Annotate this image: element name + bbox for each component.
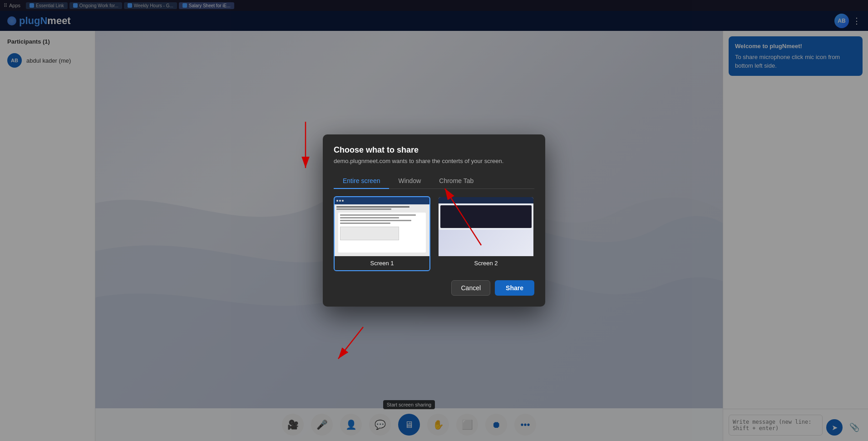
share-button[interactable]: Share xyxy=(495,280,534,296)
modal-overlay: Choose what to share demo.plugnmeet.com … xyxy=(0,0,868,441)
modal-title: Choose what to share xyxy=(334,145,534,155)
modal-tabs: Entire screen Window Chrome Tab xyxy=(334,173,534,189)
modal-subtitle: demo.plugnmeet.com wants to share the co… xyxy=(334,158,534,164)
tab-entire-screen[interactable]: Entire screen xyxy=(334,173,389,189)
tab-chrome-tab[interactable]: Chrome Tab xyxy=(430,173,483,189)
share-screen-modal: Choose what to share demo.plugnmeet.com … xyxy=(323,134,545,307)
screen-2-preview xyxy=(439,197,533,256)
cancel-button[interactable]: Cancel xyxy=(451,280,490,296)
screen-1-item[interactable]: Screen 1 xyxy=(334,196,430,271)
screen-grid: Screen 1 Screen 2 xyxy=(334,196,534,271)
modal-actions: Cancel Share xyxy=(334,280,534,296)
screen-2-label: Screen 2 xyxy=(439,256,533,270)
screen-1-preview xyxy=(335,197,429,256)
tab-window[interactable]: Window xyxy=(389,173,430,189)
screen-1-label: Screen 1 xyxy=(335,256,429,270)
screen-2-item[interactable]: Screen 2 xyxy=(438,196,534,271)
